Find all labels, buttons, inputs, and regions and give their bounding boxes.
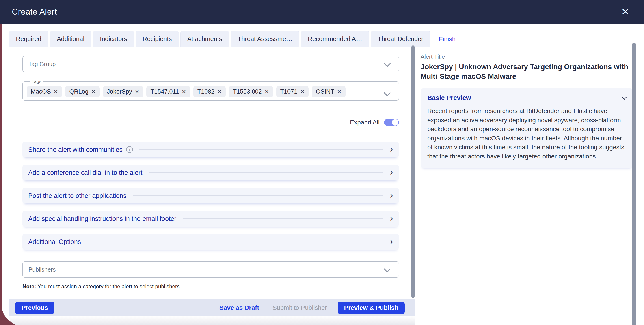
tab-bar: Required Additional Indicators Recipient…: [9, 31, 462, 48]
section-post-other-apps[interactable]: Post the alert to other applications ›: [22, 188, 399, 203]
tab-additional[interactable]: Additional: [50, 31, 92, 47]
divider: [87, 242, 383, 242]
remove-tag-icon[interactable]: ✕: [217, 89, 222, 95]
alert-title-label: Alert Title: [420, 53, 633, 60]
chevron-right-icon: ›: [390, 145, 393, 154]
remove-tag-icon[interactable]: ✕: [135, 89, 139, 95]
tab-recommended-actions[interactable]: Recommended A…: [301, 31, 369, 47]
tag-group-select[interactable]: Tag Group: [22, 56, 399, 72]
previous-button[interactable]: Previous: [15, 302, 54, 314]
section-conference-call[interactable]: Add a conference call dial-in to the ale…: [22, 165, 399, 180]
tab-label: Threat Assessme…: [238, 35, 292, 42]
tab-label: Recommended A…: [308, 35, 362, 42]
tag-chip[interactable]: OSINT✕: [312, 86, 346, 97]
tag-chip[interactable]: MacOS✕: [27, 86, 62, 97]
close-icon[interactable]: ✕: [621, 7, 629, 16]
tag-chip[interactable]: JokerSpy✕: [103, 86, 144, 97]
divider: [148, 172, 383, 173]
divider: [182, 219, 384, 219]
alert-preview-panel: Alert Title JokerSpy | Unknown Adversary…: [420, 53, 633, 168]
tab-label: Finish: [439, 35, 456, 43]
chevron-right-icon: ›: [390, 214, 393, 223]
tag-chip-label: T1082: [198, 88, 215, 95]
toggle-knob: [392, 119, 398, 126]
section-label: Share the alert with communities: [28, 146, 122, 153]
tag-chip-label: T1547.011: [150, 88, 179, 95]
collapsible-sections: Share the alert with communities i › Add…: [22, 142, 399, 250]
publishers-placeholder: Publishers: [28, 266, 56, 273]
tag-chip-label: T1553.002: [233, 88, 262, 95]
remove-tag-icon[interactable]: ✕: [91, 89, 96, 95]
tab-label: Threat Defender: [378, 35, 424, 42]
note-text: You must assign a category for the alert…: [36, 283, 180, 290]
tab-label: Required: [16, 35, 42, 42]
section-label: Post the alert to other applications: [28, 192, 126, 199]
note-prefix: Note:: [22, 283, 36, 290]
section-special-handling[interactable]: Add special handling instructions in the…: [22, 211, 399, 227]
tag-chip[interactable]: QRLog✕: [65, 86, 100, 97]
tab-recipients[interactable]: Recipients: [136, 31, 179, 47]
create-alert-dialog: Create Alert ✕ Required Additional Indic…: [0, 0, 644, 325]
info-icon[interactable]: i: [126, 146, 133, 153]
remove-tag-icon[interactable]: ✕: [337, 89, 342, 95]
tag-chip-label: OSINT: [316, 88, 334, 95]
tab-attachments[interactable]: Attachments: [180, 31, 229, 47]
remove-tag-icon[interactable]: ✕: [182, 89, 186, 95]
tags-field-label: Tags: [30, 79, 43, 84]
publishers-note: Note: You must assign a category for the…: [22, 283, 399, 290]
tab-finish[interactable]: Finish: [432, 31, 462, 48]
expand-all-label: Expand All: [350, 119, 380, 126]
finish-tab-content: Tag Group Tags MacOS✕ QRLog✕ JokerSpy✕ T…: [9, 48, 415, 300]
section-additional-options[interactable]: Additional Options ›: [22, 234, 399, 250]
basic-preview-card: Basic Preview Recent reports from resear…: [420, 88, 633, 168]
chevron-right-icon: ›: [390, 168, 393, 177]
tag-chip-label: JokerSpy: [107, 88, 132, 95]
tag-chip-list: MacOS✕ QRLog✕ JokerSpy✕ T1547.011✕ T1082…: [27, 86, 390, 97]
tab-threat-defender[interactable]: Threat Defender: [371, 31, 430, 47]
tag-group-placeholder: Tag Group: [28, 61, 56, 68]
section-label: Additional Options: [28, 238, 81, 246]
tab-threat-assessment[interactable]: Threat Assessme…: [230, 31, 299, 47]
tab-indicators[interactable]: Indicators: [93, 31, 134, 47]
submit-to-publisher-button-disabled: Submit to Publisher: [272, 304, 327, 311]
chevron-right-icon: ›: [390, 191, 393, 200]
tag-chip[interactable]: T1547.011✕: [146, 86, 190, 97]
tab-required[interactable]: Required: [9, 31, 48, 47]
remove-tag-icon[interactable]: ✕: [264, 89, 269, 95]
right-panel-scrollbar[interactable]: [632, 42, 636, 325]
save-as-draft-button[interactable]: Save as Draft: [219, 304, 259, 311]
remove-tag-icon[interactable]: ✕: [300, 89, 304, 95]
dialog-header: Create Alert ✕: [0, 0, 644, 23]
section-share-communities[interactable]: Share the alert with communities i ›: [22, 142, 399, 157]
dialog-footer: Previous Save as Draft Submit to Publish…: [9, 300, 415, 316]
tag-chip-label: MacOS: [31, 88, 51, 95]
basic-preview-header[interactable]: Basic Preview: [427, 94, 626, 102]
chevron-down-icon: [384, 60, 390, 67]
chevron-down-icon: [384, 266, 390, 272]
divider: [477, 98, 617, 98]
tags-field[interactable]: Tags MacOS✕ QRLog✕ JokerSpy✕ T1547.011✕ …: [22, 79, 399, 101]
basic-preview-title: Basic Preview: [427, 94, 471, 102]
expand-all-row: Expand All: [22, 119, 399, 126]
tag-chip[interactable]: T1553.002✕: [229, 86, 273, 97]
section-label: Add special handling instructions in the…: [28, 215, 176, 223]
tab-label: Indicators: [100, 35, 127, 42]
tag-chip-label: QRLog: [69, 88, 88, 95]
tab-label: Recipients: [142, 35, 172, 42]
section-label: Add a conference call dial-in to the ale…: [28, 169, 142, 176]
divider: [139, 149, 384, 150]
publishers-select[interactable]: Publishers: [22, 262, 399, 278]
tag-chip[interactable]: T1071✕: [276, 86, 309, 97]
basic-preview-body: Recent reports from researchers at BitDe…: [427, 106, 626, 161]
expand-all-toggle[interactable]: [384, 119, 399, 126]
alert-title-value: JokerSpy | Unknown Adversary Targeting O…: [420, 62, 633, 81]
tag-chip[interactable]: T1082✕: [194, 86, 226, 97]
preview-and-publish-button[interactable]: Preview & Publish: [338, 302, 405, 314]
divider: [133, 195, 383, 196]
tab-label: Additional: [57, 35, 84, 42]
tab-label: Attachments: [187, 35, 222, 42]
remove-tag-icon[interactable]: ✕: [54, 89, 58, 95]
chevron-down-icon: [622, 94, 627, 100]
left-panel-scrollbar[interactable]: [412, 45, 414, 298]
chevron-right-icon: ›: [390, 237, 393, 246]
